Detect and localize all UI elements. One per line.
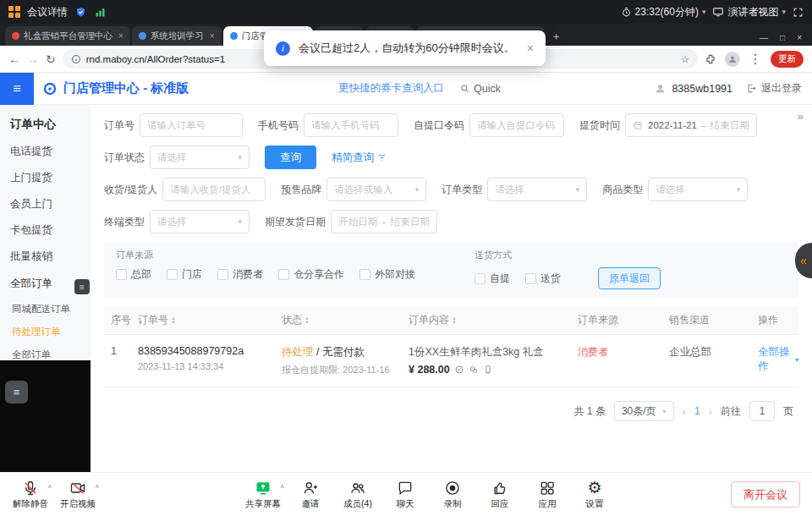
order-status-select[interactable]: 请选择 ▾: [150, 145, 250, 169]
start-video-button[interactable]: ^ 开启视频: [54, 480, 102, 510]
col-status[interactable]: 状态▲▼: [282, 313, 409, 327]
bookmark-star-icon[interactable]: ☆: [681, 53, 689, 65]
browser-tab[interactable]: 系统培训学习 ×: [132, 26, 222, 46]
phone-input[interactable]: [304, 113, 398, 137]
sidebar-item-batch-verify[interactable]: 批量核销: [0, 244, 91, 270]
sort-icon[interactable]: ▲▼: [452, 316, 457, 325]
logout-button[interactable]: 退出登录: [746, 81, 802, 96]
meeting-detail-label[interactable]: 会议详情: [27, 5, 68, 19]
query-button[interactable]: 查询: [265, 145, 316, 169]
browser-profile-avatar[interactable]: [725, 52, 740, 67]
quick-search[interactable]: Quick: [459, 83, 501, 95]
window-minimize-icon[interactable]: —: [760, 33, 768, 42]
tab-close-icon[interactable]: ×: [118, 31, 123, 41]
col-actions: 操作: [758, 313, 798, 327]
toast-close-icon[interactable]: ×: [527, 41, 534, 55]
browser-tab[interactable]: 礼盒营销平台管理中心 ×: [5, 26, 130, 46]
sort-icon[interactable]: ▲▼: [304, 316, 310, 325]
col-content[interactable]: 订单内容▲▼: [409, 313, 578, 327]
checkbox-icon[interactable]: [475, 273, 486, 284]
page-size-select[interactable]: 30条/页 ▾: [614, 401, 674, 421]
share-screen-button[interactable]: ^ 共享屏幕: [239, 480, 287, 510]
checkbox-delivery[interactable]: 送货: [525, 272, 561, 286]
checkbox-share-coop[interactable]: 仓分享合作: [278, 267, 344, 282]
sidebar-item-phone-pickup[interactable]: 电话提货: [0, 139, 91, 165]
cell-order-no: 83859345088979792a 2023-11-13 14:33:34: [138, 345, 282, 371]
members-button[interactable]: 成员(4): [334, 480, 381, 510]
sidebar-item-city-delivery[interactable]: 同城配送订单: [0, 298, 91, 321]
checkbox-icon[interactable]: [359, 269, 370, 280]
all-actions-link[interactable]: 全部操作 ▾: [758, 345, 798, 374]
user-account[interactable]: 8385wb1991: [654, 82, 732, 95]
order-type-select[interactable]: 请选择 ▾: [487, 178, 587, 201]
current-page[interactable]: 1: [694, 405, 700, 417]
caret-up-icon[interactable]: ^: [48, 484, 52, 492]
pickup-code-input[interactable]: [469, 113, 564, 137]
page-info-icon[interactable]: [71, 54, 81, 64]
extensions-icon[interactable]: [705, 53, 716, 65]
goods-type-select[interactable]: 请选择 ▾: [648, 178, 748, 201]
checkbox-icon[interactable]: [525, 273, 536, 284]
caret-down-icon: ▾: [238, 217, 242, 226]
checkbox-icon[interactable]: [217, 269, 228, 280]
checkbox-external[interactable]: 外部对接: [359, 267, 415, 282]
new-tab-button[interactable]: ＋: [546, 27, 565, 46]
record-button[interactable]: 录制: [429, 480, 476, 510]
view-mode-switcher[interactable]: 演讲者视图 ▾: [712, 5, 786, 19]
toast-message: 会议已超过2人，自动转为60分钟限时会议。: [299, 41, 515, 56]
sidebar-item-door-pickup[interactable]: 上门提货: [0, 165, 91, 191]
sidebar-item-member-visit[interactable]: 会员上门: [0, 191, 91, 217]
reload-icon[interactable]: ↻: [46, 52, 56, 66]
checkbox-store[interactable]: 门店: [167, 267, 202, 282]
invite-button[interactable]: 邀请: [287, 480, 334, 510]
reaction-button[interactable]: 回应: [476, 480, 524, 510]
forward-icon[interactable]: →: [27, 52, 39, 66]
browser-update-button[interactable]: 更新: [771, 51, 804, 68]
timer-icon: [621, 7, 632, 18]
meeting-app-icon[interactable]: [8, 6, 20, 18]
chat-button[interactable]: 聊天: [381, 480, 429, 510]
original-return-button[interactable]: 原单退回: [598, 267, 661, 289]
leave-meeting-button[interactable]: 离开会议: [731, 481, 800, 508]
sidebar-item-card-pickup[interactable]: 卡包提货: [0, 217, 91, 244]
window-close-icon[interactable]: ×: [797, 33, 802, 42]
chat-icon: [397, 480, 414, 497]
back-icon[interactable]: ←: [8, 52, 20, 66]
fullscreen-icon[interactable]: [793, 7, 804, 18]
receiver-input[interactable]: [162, 178, 266, 201]
coupon-query-link[interactable]: 更快捷的券卡查询入口: [338, 81, 444, 96]
sidebar-item-pending-orders[interactable]: 待处理订单: [0, 321, 91, 343]
unmute-button[interactable]: ^ 解除静音: [7, 480, 54, 510]
shield-icon[interactable]: [74, 6, 87, 19]
tab-favicon: [230, 32, 238, 40]
sort-icon[interactable]: ▲▼: [171, 316, 176, 325]
meeting-timer[interactable]: 23:32(60分钟) ▾: [621, 5, 706, 19]
presale-brand-select[interactable]: 请选择或输入 ▾: [326, 178, 426, 201]
next-page-icon[interactable]: ›: [709, 405, 712, 418]
checkbox-hq[interactable]: 总部: [116, 267, 151, 282]
caret-up-icon[interactable]: ^: [281, 484, 284, 492]
col-order-no[interactable]: 订单号▲▼: [138, 313, 282, 327]
pickup-time-range[interactable]: 2022-11-21 - 结束日期: [625, 113, 757, 137]
tab-close-icon[interactable]: ×: [210, 31, 215, 41]
floating-list-tool-icon[interactable]: ≡: [5, 381, 28, 403]
terminal-type-select[interactable]: 请选择 ▾: [150, 210, 250, 233]
expect-date-range[interactable]: 开始日期 - 结束日期: [331, 210, 437, 233]
browser-menu-icon[interactable]: ⋮: [749, 51, 762, 67]
checkbox-self-pickup[interactable]: 自提: [475, 272, 510, 286]
window-maximize-icon[interactable]: □: [780, 33, 785, 42]
order-no-input[interactable]: [140, 113, 243, 137]
sidebar-toggle-button[interactable]: ≡: [0, 73, 34, 105]
expand-panel-icon[interactable]: »: [798, 110, 804, 123]
caret-up-icon[interactable]: ^: [96, 484, 99, 492]
goto-page-input[interactable]: [749, 401, 775, 421]
checkbox-icon[interactable]: [116, 269, 127, 280]
prev-page-icon[interactable]: ‹: [683, 405, 686, 418]
checkbox-icon[interactable]: [278, 269, 289, 280]
simple-query-link[interactable]: 精简查询: [332, 151, 387, 165]
apps-button[interactable]: 应用: [524, 480, 571, 510]
checkbox-consumer[interactable]: 消费者: [217, 267, 263, 282]
checkbox-icon[interactable]: [167, 269, 178, 280]
settings-button[interactable]: ⚙ 设置: [571, 480, 618, 510]
sidebar-drag-handle-icon[interactable]: ≡: [74, 279, 90, 294]
